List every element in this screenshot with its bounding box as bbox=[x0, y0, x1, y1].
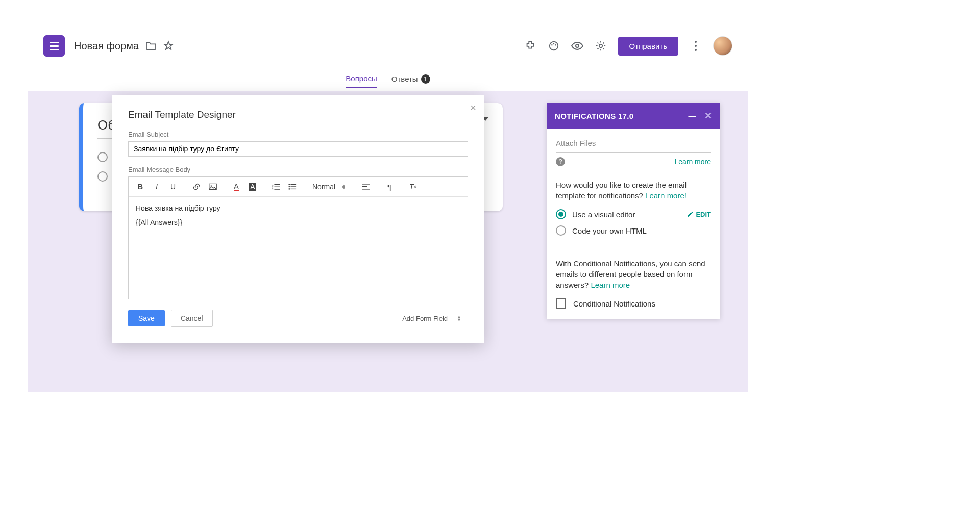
image-icon[interactable] bbox=[206, 181, 219, 193]
nav-tabs: Вопросы Ответы 1 bbox=[28, 71, 748, 91]
radio-icon bbox=[97, 171, 108, 182]
notifications-panel: NOTIFICATIONS 17.0 — ✕ Attach Files ? Le… bbox=[547, 103, 720, 319]
text-color-icon[interactable]: A bbox=[230, 181, 243, 193]
paragraph-style-label: Normal bbox=[312, 183, 335, 191]
subject-label: Email Subject bbox=[128, 131, 468, 138]
svg-point-1 bbox=[551, 44, 553, 46]
panel-body: Attach Files ? Learn more How would you … bbox=[547, 129, 720, 319]
app-frame: Новая форма Отправить bbox=[28, 20, 748, 408]
header-bar: Новая форма Отправить bbox=[28, 20, 748, 71]
attach-files-label[interactable]: Attach Files bbox=[556, 136, 711, 153]
checkbox-icon bbox=[556, 298, 566, 309]
radio-unselected-icon bbox=[556, 225, 566, 236]
svg-rect-14 bbox=[274, 187, 280, 187]
svg-point-7 bbox=[695, 45, 697, 47]
tab-questions[interactable]: Вопросы bbox=[346, 74, 377, 88]
svg-rect-25 bbox=[362, 189, 370, 190]
editor-body[interactable]: Нова зявка на підбір туру {{All Answers}… bbox=[129, 197, 468, 299]
option-visual-editor[interactable]: Use a visual editor EDIT bbox=[556, 209, 711, 219]
svg-point-0 bbox=[549, 42, 558, 50]
svg-point-3 bbox=[555, 44, 556, 46]
option-code-html[interactable]: Code your own HTML bbox=[556, 225, 711, 236]
add-form-field-select[interactable]: Add Form Field ▲▼ bbox=[396, 311, 468, 326]
svg-point-2 bbox=[553, 43, 554, 45]
preview-icon[interactable] bbox=[571, 40, 583, 52]
svg-rect-24 bbox=[362, 186, 367, 187]
rtl-icon[interactable]: ¶ bbox=[383, 181, 396, 193]
highlight-icon[interactable]: A bbox=[246, 181, 259, 193]
ordered-list-icon[interactable]: 123 bbox=[270, 181, 283, 193]
editor-toolbar: B I U A A 123 Normal ▲▼ bbox=[129, 177, 468, 197]
italic-icon[interactable]: I bbox=[150, 181, 163, 193]
save-button[interactable]: Save bbox=[128, 310, 165, 326]
tab-answers-label: Ответы bbox=[391, 74, 418, 83]
pencil-icon bbox=[687, 211, 694, 218]
answers-count-badge: 1 bbox=[421, 74, 430, 84]
tab-answers[interactable]: Ответы 1 bbox=[391, 74, 430, 88]
body-line: Нова зявка на підбір туру bbox=[136, 204, 460, 212]
learn-more-link[interactable]: Learn more bbox=[591, 280, 630, 289]
folder-icon[interactable] bbox=[145, 40, 157, 52]
subject-input[interactable] bbox=[128, 141, 468, 157]
radio-icon bbox=[97, 152, 108, 162]
star-icon[interactable] bbox=[162, 40, 175, 52]
edit-template-button[interactable]: EDIT bbox=[687, 211, 711, 218]
settings-icon[interactable] bbox=[595, 40, 607, 52]
bold-icon[interactable]: B bbox=[134, 181, 147, 193]
align-icon[interactable] bbox=[359, 181, 373, 193]
stepper-icon: ▲▼ bbox=[457, 315, 461, 321]
option-label: Use a visual editor bbox=[572, 210, 635, 219]
option-label: Code your own HTML bbox=[572, 226, 647, 235]
panel-title: NOTIFICATIONS 17.0 bbox=[555, 112, 633, 120]
palette-icon[interactable] bbox=[548, 40, 560, 52]
svg-point-8 bbox=[695, 49, 697, 51]
user-avatar[interactable] bbox=[713, 36, 732, 56]
email-template-modal: × Email Template Designer Email Subject … bbox=[112, 95, 484, 343]
addon-icon[interactable] bbox=[524, 40, 536, 52]
unordered-list-icon[interactable] bbox=[286, 181, 299, 193]
svg-rect-18 bbox=[290, 184, 296, 185]
stepper-icon: ▲▼ bbox=[341, 184, 346, 190]
link-icon[interactable] bbox=[190, 181, 203, 193]
radio-selected-icon bbox=[556, 209, 566, 219]
svg-point-17 bbox=[288, 184, 290, 185]
checkbox-label: Conditional Notifications bbox=[573, 299, 655, 308]
svg-rect-23 bbox=[362, 184, 370, 185]
svg-rect-22 bbox=[290, 189, 296, 189]
send-button[interactable]: Отправить bbox=[618, 37, 678, 56]
svg-point-4 bbox=[576, 44, 579, 47]
modal-close-icon[interactable]: × bbox=[470, 102, 476, 114]
svg-rect-20 bbox=[290, 186, 296, 187]
minimize-icon[interactable]: — bbox=[688, 112, 696, 120]
form-canvas: Об Ш Д ⋮ × Email Template Designer Email… bbox=[28, 91, 748, 392]
conditional-question: With Conditional Notifications, you can … bbox=[556, 258, 711, 290]
learn-more-link[interactable]: Learn more bbox=[674, 158, 711, 166]
conditional-checkbox-row[interactable]: Conditional Notifications bbox=[556, 298, 711, 309]
header-tools: Отправить bbox=[524, 36, 732, 56]
rich-text-editor: B I U A A 123 Normal ▲▼ bbox=[128, 176, 468, 299]
close-icon[interactable]: ✕ bbox=[704, 110, 712, 121]
panel-header: NOTIFICATIONS 17.0 — ✕ bbox=[547, 103, 720, 129]
svg-point-6 bbox=[695, 41, 697, 43]
body-line: {{All Answers}} bbox=[136, 218, 460, 226]
body-label: Email Message Body bbox=[128, 166, 468, 173]
svg-rect-12 bbox=[274, 184, 280, 185]
cancel-button[interactable]: Cancel bbox=[171, 310, 213, 327]
help-icon[interactable]: ? bbox=[556, 157, 565, 166]
svg-point-19 bbox=[288, 186, 290, 188]
underline-icon[interactable]: U bbox=[166, 181, 180, 193]
paragraph-style-select[interactable]: Normal ▲▼ bbox=[309, 183, 349, 191]
edit-label: EDIT bbox=[696, 211, 711, 218]
more-icon[interactable] bbox=[690, 40, 702, 52]
title-actions bbox=[145, 40, 175, 52]
svg-rect-9 bbox=[209, 184, 216, 189]
question-text: With Conditional Notifications, you can … bbox=[556, 259, 705, 289]
add-field-label: Add Form Field bbox=[402, 315, 448, 322]
clear-format-icon[interactable]: T× bbox=[406, 181, 420, 193]
learn-more-link[interactable]: Learn more! bbox=[645, 191, 687, 200]
document-title[interactable]: Новая форма bbox=[74, 40, 139, 52]
forms-logo-icon bbox=[43, 35, 65, 57]
svg-point-5 bbox=[599, 44, 602, 47]
svg-rect-16 bbox=[274, 189, 280, 189]
svg-text:3: 3 bbox=[272, 188, 274, 190]
